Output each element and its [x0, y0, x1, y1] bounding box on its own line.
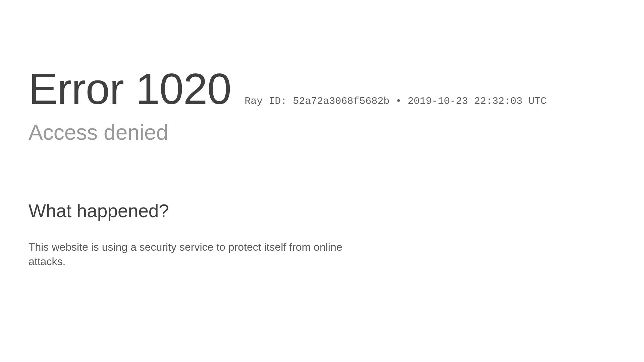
what-happened-section: What happened? This website is using a s… [29, 200, 615, 269]
ray-info: Ray ID: 52a72a3068f5682b • 2019-10-23 22… [245, 96, 546, 107]
section-heading: What happened? [29, 200, 615, 222]
error-title-row: Error 1020 Ray ID: 52a72a3068f5682b • 20… [29, 67, 615, 111]
error-subtitle: Access denied [29, 120, 615, 145]
ray-separator: • [395, 96, 401, 107]
error-header: Error 1020 Ray ID: 52a72a3068f5682b • 20… [29, 0, 615, 145]
ray-id-value: 52a72a3068f5682b [293, 96, 389, 107]
section-body: This website is using a security service… [29, 240, 357, 269]
ray-timestamp: 2019-10-23 22:32:03 UTC [408, 96, 546, 107]
ray-id-label: Ray ID: [245, 96, 287, 107]
error-title: Error 1020 [29, 67, 231, 111]
